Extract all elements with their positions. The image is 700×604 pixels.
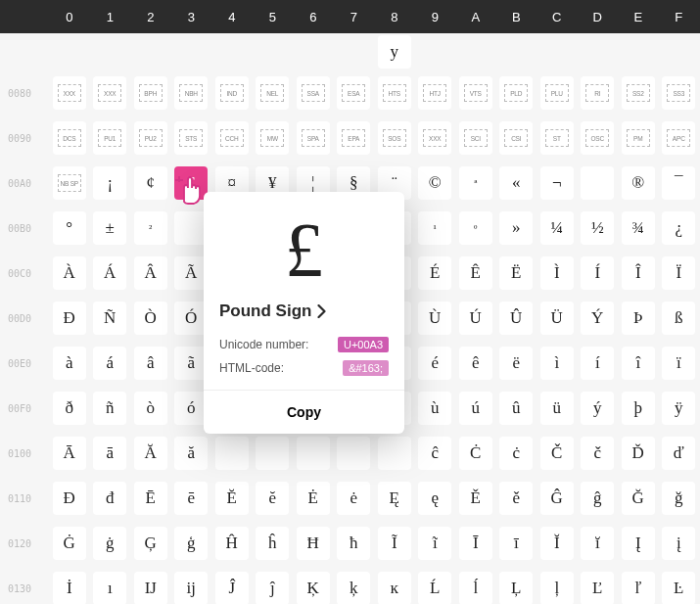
control-char-cell[interactable]: BPH — [134, 76, 167, 110]
control-char-cell[interactable]: STS — [174, 121, 208, 155]
char-cell[interactable]: ĥ — [256, 527, 289, 560]
char-cell[interactable]: Ñ — [93, 302, 126, 335]
popup-unicode-badge[interactable]: U+00A3 — [338, 337, 389, 352]
control-char-cell[interactable]: ESA — [337, 76, 370, 110]
char-cell[interactable]: Ā — [53, 437, 86, 470]
char-cell[interactable]: ¾ — [622, 211, 655, 245]
char-cell[interactable]: ĉ — [418, 437, 451, 470]
char-cell[interactable]: Ļ — [499, 572, 533, 604]
char-cell[interactable]: į — [662, 527, 695, 560]
char-cell[interactable]: Ķ — [297, 572, 330, 604]
char-cell[interactable]: ¼ — [540, 211, 574, 245]
char-cell[interactable]: ± — [93, 211, 126, 245]
char-cell[interactable]: Ĵ — [215, 572, 249, 604]
char-cell[interactable]: Ē — [134, 482, 167, 515]
char-cell[interactable]: İ — [53, 572, 86, 604]
char-cell[interactable]: º — [459, 211, 492, 245]
char-cell[interactable]: Ę — [378, 482, 411, 515]
char-cell[interactable]: á — [93, 347, 126, 380]
char-cell[interactable]: ă — [174, 437, 208, 470]
control-char-cell[interactable]: NEL — [256, 76, 289, 110]
control-char-cell[interactable]: SCI — [459, 121, 492, 155]
control-char-cell[interactable]: XXX — [93, 76, 126, 110]
char-cell[interactable]: ß — [662, 302, 695, 335]
char-cell[interactable]: é — [418, 347, 451, 380]
char-cell[interactable]: ú — [459, 392, 492, 425]
char-cell[interactable]: © — [418, 166, 451, 200]
char-cell[interactable]: Ð — [53, 302, 86, 335]
control-char-cell[interactable]: PU1 — [93, 121, 126, 155]
char-cell[interactable]: Ĺ — [418, 572, 451, 604]
control-char-cell[interactable]: HTJ — [418, 76, 451, 110]
char-cell[interactable]: ° — [53, 211, 86, 245]
control-char-cell[interactable]: APC — [662, 121, 695, 155]
char-cell[interactable]: ģ — [174, 527, 208, 560]
control-char-cell[interactable]: VTS — [459, 76, 492, 110]
char-cell[interactable] — [337, 437, 370, 470]
control-char-cell[interactable]: XXX — [418, 121, 451, 155]
control-char-cell[interactable]: PLU — [540, 76, 574, 110]
char-cell[interactable]: č — [581, 437, 614, 470]
char-cell[interactable]: Ü — [540, 302, 574, 335]
control-char-cell[interactable]: RI — [581, 76, 614, 110]
char-cell[interactable]: Á — [93, 256, 126, 290]
control-char-cell[interactable]: PU2 — [134, 121, 167, 155]
char-cell[interactable]: ħ — [337, 527, 370, 560]
char-cell[interactable]: Ï — [662, 256, 695, 290]
char-cell[interactable]: ė — [337, 482, 370, 515]
popup-html-badge[interactable]: &#163; — [343, 360, 389, 376]
control-char-cell[interactable]: CCH — [215, 121, 249, 155]
char-cell[interactable]: ½ — [581, 211, 614, 245]
char-cell[interactable]: Ľ — [581, 572, 614, 604]
char-cell[interactable]: ľ — [622, 572, 655, 604]
char-cell[interactable]: ¬ — [540, 166, 574, 200]
char-cell[interactable]: Ė — [297, 482, 330, 515]
char-cell[interactable]: Ĩ — [378, 527, 411, 560]
char-cell[interactable]: ë — [499, 347, 533, 380]
control-char-cell[interactable]: PM — [622, 121, 655, 155]
control-char-cell[interactable]: PLD — [499, 76, 533, 110]
char-cell[interactable]: Ĭ — [540, 527, 574, 560]
char-cell[interactable]: ě — [499, 482, 533, 515]
char-cell[interactable]: Į — [622, 527, 655, 560]
char-cell[interactable]: ĵ — [256, 572, 289, 604]
control-char-cell[interactable]: MW — [256, 121, 289, 155]
control-char-cell[interactable]: SS2 — [622, 76, 655, 110]
char-cell[interactable]: ı — [93, 572, 126, 604]
char-cell[interactable]: ì — [540, 347, 574, 380]
char-cell[interactable]: ò — [134, 392, 167, 425]
char-cell[interactable]: y — [378, 35, 411, 69]
char-cell[interactable]: ¯ — [662, 166, 695, 200]
char-cell[interactable]: þ — [622, 392, 655, 425]
char-cell[interactable]: ĺ — [459, 572, 492, 604]
char-cell[interactable]: Č — [540, 437, 574, 470]
char-cell[interactable]: £ — [174, 166, 208, 200]
char-cell[interactable]: û — [499, 392, 533, 425]
char-cell[interactable]: ¢ — [134, 166, 167, 200]
control-char-cell[interactable]: EPA — [337, 121, 370, 155]
char-cell[interactable]: ď — [662, 437, 695, 470]
char-cell[interactable]: ÿ — [662, 392, 695, 425]
char-cell[interactable]: Đ — [53, 482, 86, 515]
char-cell[interactable]: Ĝ — [540, 482, 574, 515]
char-cell[interactable]: ² — [134, 211, 167, 245]
char-cell[interactable]: ¿ — [662, 211, 695, 245]
char-cell[interactable]: Ê — [459, 256, 492, 290]
char-cell[interactable]: ¡ — [93, 166, 126, 200]
char-cell[interactable]: ü — [540, 392, 574, 425]
char-cell[interactable]: Ī — [459, 527, 492, 560]
char-cell[interactable]: « — [499, 166, 533, 200]
char-cell[interactable]: Ħ — [297, 527, 330, 560]
char-cell[interactable]: ĩ — [418, 527, 451, 560]
char-cell[interactable]: ā — [93, 437, 126, 470]
char-cell[interactable]: ð — [53, 392, 86, 425]
control-char-cell[interactable]: NB SP — [53, 166, 86, 200]
char-cell[interactable]: Þ — [622, 302, 655, 335]
char-cell[interactable]: É — [418, 256, 451, 290]
char-cell[interactable]: Ă — [134, 437, 167, 470]
char-cell[interactable]: ē — [174, 482, 208, 515]
control-char-cell[interactable]: HTS — [378, 76, 411, 110]
char-cell[interactable]: ī — [499, 527, 533, 560]
char-cell[interactable]: ĸ — [378, 572, 411, 604]
char-cell[interactable]: à — [53, 347, 86, 380]
